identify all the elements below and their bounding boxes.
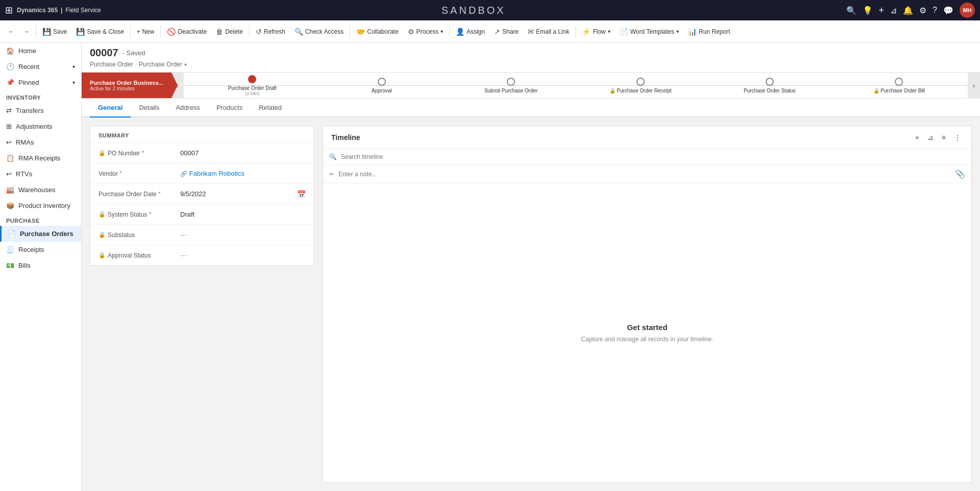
assign-button[interactable]: 👤 Assign bbox=[452, 26, 489, 38]
share-button[interactable]: ↗ Share bbox=[490, 26, 523, 38]
sidebar-item-warehouses[interactable]: 🏭 Warehouses bbox=[0, 182, 81, 198]
flow-icon: ⚡ bbox=[582, 28, 591, 36]
timeline-more-button[interactable]: ⋮ bbox=[952, 132, 963, 143]
grid-icon[interactable]: ⊞ bbox=[5, 5, 13, 16]
sidebar-item-recent[interactable]: 🕐 Recent ▾ bbox=[0, 59, 81, 75]
new-label: + New bbox=[137, 28, 154, 35]
lightbulb-icon[interactable]: 💡 bbox=[863, 6, 873, 15]
refresh-button[interactable]: ↺ Refresh bbox=[252, 26, 289, 38]
search-icon[interactable]: 🔍 bbox=[846, 6, 856, 15]
bpf-node-circle-5 bbox=[766, 78, 774, 86]
purchase-order-date-label: Purchase Order Date * bbox=[99, 191, 180, 198]
bpf-stage-1[interactable]: Purchase Order Draft (2 Min) bbox=[188, 75, 317, 96]
collaborate-button[interactable]: 🤝 Collaborate bbox=[352, 26, 402, 38]
purchase-order-date-value[interactable]: 9/5/2022 📅 bbox=[180, 190, 306, 198]
timeline-search-input[interactable] bbox=[341, 153, 965, 160]
email-link-button[interactable]: ✉ Email a Link bbox=[524, 26, 573, 38]
timeline-search-icon: 🔍 bbox=[329, 153, 337, 160]
sidebar-item-rmas[interactable]: ↩ RMAs bbox=[0, 134, 81, 150]
separator-7 bbox=[575, 26, 576, 38]
bell-icon[interactable]: 🔔 bbox=[903, 6, 913, 15]
back-icon: ← bbox=[8, 28, 14, 35]
toolbar-nav: ← → bbox=[4, 26, 34, 37]
delete-button[interactable]: 🗑 Delete bbox=[212, 26, 247, 38]
system-status-value[interactable]: Draft bbox=[180, 211, 306, 218]
question-icon[interactable]: ? bbox=[933, 6, 937, 15]
forward-button[interactable]: → bbox=[19, 26, 34, 37]
sidebar-item-adjustments[interactable]: ⊞ Adjustments bbox=[0, 119, 81, 134]
sidebar-item-pinned[interactable]: 📌 Pinned ▾ bbox=[0, 75, 81, 90]
bpf-active-stage[interactable]: Purchase Order Business... Active for 2 … bbox=[82, 73, 172, 98]
timeline-view-button[interactable]: ≡ bbox=[940, 132, 948, 143]
vendor-label: Vendor * bbox=[99, 170, 180, 177]
po-number-value[interactable]: 00007 bbox=[180, 149, 306, 157]
inventory-section-header: Inventory bbox=[0, 90, 81, 103]
bpf-stage-2[interactable]: Approval bbox=[317, 78, 446, 93]
word-templates-button[interactable]: 📄 Word Templates ▾ bbox=[616, 26, 683, 38]
run-report-button[interactable]: 📊 Run Report bbox=[684, 26, 734, 38]
bpf-stage-5[interactable]: Purchase Order Status bbox=[705, 78, 834, 93]
vendor-value[interactable]: 🔗 Fabrikam Robotics bbox=[180, 170, 306, 177]
bpf-node-label-1: Purchase Order Draft bbox=[228, 85, 277, 91]
transfers-icon: ⇄ bbox=[6, 107, 12, 114]
flow-chevron-icon: ▾ bbox=[608, 29, 610, 34]
collaborate-label: Collaborate bbox=[367, 28, 398, 35]
bpf-stage-6[interactable]: 🔒 Purchase Order Bill bbox=[835, 78, 964, 93]
field-substatus: 🔒 Substatus --- bbox=[90, 224, 314, 245]
timeline-filter-button[interactable]: ⊿ bbox=[925, 132, 936, 143]
bpf-node-circle-1 bbox=[248, 75, 256, 83]
gear-icon[interactable]: ⚙ bbox=[919, 6, 926, 15]
timeline-note-input[interactable] bbox=[338, 171, 951, 178]
sidebar-item-rtvs[interactable]: ↩ RTVs bbox=[0, 166, 81, 182]
calendar-icon[interactable]: 📅 bbox=[297, 190, 306, 198]
tab-products[interactable]: Products bbox=[208, 99, 251, 118]
assign-label: Assign bbox=[467, 28, 485, 35]
save-label: Save bbox=[53, 28, 67, 35]
breadcrumb-1[interactable]: Purchase Order bbox=[90, 61, 133, 68]
save-close-button[interactable]: 💾 Save & Close bbox=[72, 26, 128, 38]
toolbar: ← → 💾 Save 💾 Save & Close + New 🚫 Deacti… bbox=[0, 20, 980, 43]
check-access-button[interactable]: 🔍 Check Access bbox=[290, 26, 348, 38]
flow-button[interactable]: ⚡ Flow ▾ bbox=[578, 26, 614, 38]
breadcrumb-dropdown-icon[interactable]: ▾ bbox=[184, 62, 187, 67]
deactivate-button[interactable]: 🚫 Deactivate bbox=[163, 26, 211, 38]
back-button[interactable]: ← bbox=[4, 26, 18, 37]
sidebar-item-receipts[interactable]: 🧾 Receipts bbox=[0, 242, 81, 258]
substatus-label: 🔒 Substatus bbox=[99, 231, 180, 239]
save-close-icon: 💾 bbox=[76, 28, 85, 36]
breadcrumb-2[interactable]: Purchase Order bbox=[139, 61, 182, 68]
tab-related[interactable]: Related bbox=[251, 99, 290, 118]
filter-icon[interactable]: ⊿ bbox=[890, 6, 897, 15]
sidebar-item-purchase-orders[interactable]: 📄 Purchase Orders bbox=[0, 226, 81, 242]
chat-icon[interactable]: 💬 bbox=[943, 6, 953, 15]
sidebar-item-product-inventory[interactable]: 📦 Product Inventory bbox=[0, 198, 81, 214]
bpf-stage-4[interactable]: 🔒 Purchase Order Receipt bbox=[576, 78, 705, 93]
bpf-next-button[interactable]: › bbox=[968, 73, 980, 98]
po-date-required: * bbox=[158, 191, 160, 197]
collaborate-icon: 🤝 bbox=[356, 28, 365, 36]
substatus-value[interactable]: --- bbox=[180, 231, 306, 239]
avatar[interactable]: MH bbox=[960, 3, 975, 18]
timeline-attachment-icon[interactable]: 📎 bbox=[955, 169, 965, 179]
save-button[interactable]: 💾 Save bbox=[38, 26, 71, 38]
process-button[interactable]: ⚙ Process ▾ bbox=[404, 26, 447, 38]
tab-address[interactable]: Address bbox=[167, 99, 208, 118]
approval-status-value[interactable]: --- bbox=[180, 251, 306, 259]
sidebar-item-home[interactable]: 🏠 Home bbox=[0, 43, 81, 59]
content-area: 00007 - Saved Purchase Order · Purchase … bbox=[82, 43, 980, 491]
tab-general[interactable]: General bbox=[90, 99, 131, 118]
sidebar-item-rma-receipts[interactable]: 📋 RMA Receipts bbox=[0, 150, 81, 166]
bpf-stage-3[interactable]: Submit Purchase Order bbox=[446, 78, 575, 93]
sidebar-item-transfers[interactable]: ⇄ Transfers bbox=[0, 103, 81, 119]
timeline-add-button[interactable]: + bbox=[913, 132, 921, 143]
new-button[interactable]: + New bbox=[133, 26, 158, 37]
bills-icon: 💵 bbox=[6, 262, 14, 269]
recent-chevron-icon: ▾ bbox=[72, 64, 75, 69]
sidebar-item-bills[interactable]: 💵 Bills bbox=[0, 258, 81, 273]
tab-details[interactable]: Details bbox=[131, 99, 167, 118]
record-saved-label: - Saved bbox=[122, 49, 145, 57]
purchase-section-header: Purchase bbox=[0, 214, 81, 226]
plus-icon[interactable]: + bbox=[879, 5, 885, 16]
summary-card: SUMMARY 🔒 PO Number * 00007 bbox=[90, 126, 314, 266]
rmas-icon: ↩ bbox=[6, 138, 12, 146]
